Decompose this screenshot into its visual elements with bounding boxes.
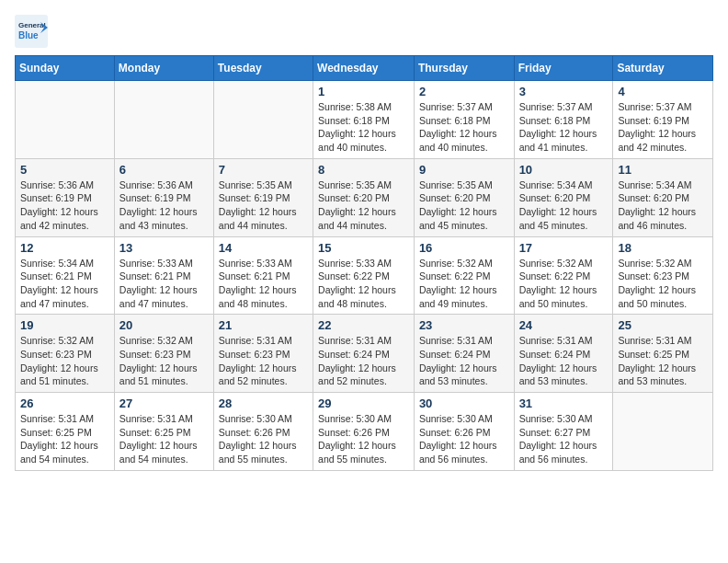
calendar-cell: 1Sunrise: 5:38 AM Sunset: 6:18 PM Daylig… xyxy=(313,81,415,159)
calendar-cell: 14Sunrise: 5:33 AM Sunset: 6:21 PM Dayli… xyxy=(213,236,313,315)
day-number: 10 xyxy=(519,163,609,177)
day-number: 1 xyxy=(318,85,409,98)
calendar-cell: 4Sunrise: 5:37 AM Sunset: 6:19 PM Daylig… xyxy=(613,81,713,159)
day-info: Sunrise: 5:32 AM Sunset: 6:23 PM Dayligh… xyxy=(119,334,209,388)
calendar-cell: 21Sunrise: 5:31 AM Sunset: 6:23 PM Dayli… xyxy=(213,315,313,393)
day-info: Sunrise: 5:31 AM Sunset: 6:25 PM Dayligh… xyxy=(618,334,708,388)
day-number: 18 xyxy=(618,241,708,255)
day-info: Sunrise: 5:34 AM Sunset: 6:21 PM Dayligh… xyxy=(20,257,109,311)
day-number: 30 xyxy=(419,396,509,410)
weekday-header: Thursday xyxy=(414,56,514,81)
calendar-cell: 22Sunrise: 5:31 AM Sunset: 6:24 PM Dayli… xyxy=(313,315,415,393)
calendar-cell: 30Sunrise: 5:30 AM Sunset: 6:26 PM Dayli… xyxy=(414,393,514,471)
day-number: 25 xyxy=(618,318,708,332)
calendar-cell: 19Sunrise: 5:32 AM Sunset: 6:23 PM Dayli… xyxy=(16,315,115,393)
day-info: Sunrise: 5:35 AM Sunset: 6:20 PM Dayligh… xyxy=(419,178,509,233)
day-number: 9 xyxy=(419,163,509,177)
weekday-header: Monday xyxy=(114,56,213,81)
calendar-cell: 23Sunrise: 5:31 AM Sunset: 6:24 PM Dayli… xyxy=(414,315,514,393)
weekday-header: Saturday xyxy=(613,56,713,81)
calendar-cell xyxy=(213,81,313,159)
day-number: 12 xyxy=(20,241,109,255)
weekday-header: Wednesday xyxy=(313,56,415,81)
weekday-header: Tuesday xyxy=(213,56,313,81)
weekday-header: Sunday xyxy=(16,56,115,81)
day-number: 8 xyxy=(318,163,409,177)
calendar-cell: 15Sunrise: 5:33 AM Sunset: 6:22 PM Dayli… xyxy=(313,236,415,315)
weekday-header: Friday xyxy=(514,56,613,81)
calendar-cell xyxy=(114,81,213,159)
svg-text:General: General xyxy=(18,21,46,29)
calendar-cell: 20Sunrise: 5:32 AM Sunset: 6:23 PM Dayli… xyxy=(114,315,213,393)
day-number: 22 xyxy=(318,318,409,332)
day-number: 21 xyxy=(219,318,308,332)
day-info: Sunrise: 5:30 AM Sunset: 6:26 PM Dayligh… xyxy=(219,412,308,466)
day-info: Sunrise: 5:33 AM Sunset: 6:22 PM Dayligh… xyxy=(318,257,409,311)
day-info: Sunrise: 5:31 AM Sunset: 6:23 PM Dayligh… xyxy=(219,334,308,388)
calendar-cell: 3Sunrise: 5:37 AM Sunset: 6:18 PM Daylig… xyxy=(514,81,613,159)
calendar-cell: 31Sunrise: 5:30 AM Sunset: 6:27 PM Dayli… xyxy=(514,393,613,471)
day-info: Sunrise: 5:30 AM Sunset: 6:26 PM Dayligh… xyxy=(318,412,409,466)
day-info: Sunrise: 5:35 AM Sunset: 6:19 PM Dayligh… xyxy=(219,178,308,233)
day-info: Sunrise: 5:33 AM Sunset: 6:21 PM Dayligh… xyxy=(119,257,209,311)
calendar-cell: 27Sunrise: 5:31 AM Sunset: 6:25 PM Dayli… xyxy=(114,393,213,471)
day-number: 11 xyxy=(618,163,708,177)
day-info: Sunrise: 5:34 AM Sunset: 6:20 PM Dayligh… xyxy=(618,178,708,233)
day-number: 23 xyxy=(419,318,509,332)
day-info: Sunrise: 5:31 AM Sunset: 6:25 PM Dayligh… xyxy=(119,412,209,466)
day-info: Sunrise: 5:31 AM Sunset: 6:25 PM Dayligh… xyxy=(20,412,109,466)
calendar-cell xyxy=(613,393,713,471)
day-info: Sunrise: 5:31 AM Sunset: 6:24 PM Dayligh… xyxy=(519,334,609,388)
day-number: 13 xyxy=(119,241,209,255)
calendar-cell: 16Sunrise: 5:32 AM Sunset: 6:22 PM Dayli… xyxy=(414,236,514,315)
day-number: 26 xyxy=(20,396,109,410)
day-info: Sunrise: 5:31 AM Sunset: 6:24 PM Dayligh… xyxy=(419,334,509,388)
day-number: 28 xyxy=(219,396,308,410)
day-number: 2 xyxy=(419,85,509,98)
day-info: Sunrise: 5:34 AM Sunset: 6:20 PM Dayligh… xyxy=(519,178,609,233)
calendar-cell: 29Sunrise: 5:30 AM Sunset: 6:26 PM Dayli… xyxy=(313,393,415,471)
calendar-cell: 17Sunrise: 5:32 AM Sunset: 6:22 PM Dayli… xyxy=(514,236,613,315)
day-info: Sunrise: 5:36 AM Sunset: 6:19 PM Dayligh… xyxy=(20,178,109,233)
day-number: 5 xyxy=(20,163,109,177)
day-number: 24 xyxy=(519,318,609,332)
calendar-cell: 24Sunrise: 5:31 AM Sunset: 6:24 PM Dayli… xyxy=(514,315,613,393)
day-number: 6 xyxy=(119,163,209,177)
calendar-cell: 6Sunrise: 5:36 AM Sunset: 6:19 PM Daylig… xyxy=(114,158,213,236)
day-info: Sunrise: 5:32 AM Sunset: 6:23 PM Dayligh… xyxy=(20,334,109,388)
day-number: 15 xyxy=(318,241,409,255)
day-info: Sunrise: 5:33 AM Sunset: 6:21 PM Dayligh… xyxy=(219,257,308,311)
day-info: Sunrise: 5:32 AM Sunset: 6:23 PM Dayligh… xyxy=(618,257,708,311)
calendar-cell: 18Sunrise: 5:32 AM Sunset: 6:23 PM Dayli… xyxy=(613,236,713,315)
day-info: Sunrise: 5:30 AM Sunset: 6:26 PM Dayligh… xyxy=(419,412,509,466)
day-info: Sunrise: 5:30 AM Sunset: 6:27 PM Dayligh… xyxy=(519,412,609,466)
calendar-cell: 26Sunrise: 5:31 AM Sunset: 6:25 PM Dayli… xyxy=(16,393,115,471)
day-info: Sunrise: 5:31 AM Sunset: 6:24 PM Dayligh… xyxy=(318,334,409,388)
day-number: 14 xyxy=(219,241,308,255)
day-number: 20 xyxy=(119,318,209,332)
day-info: Sunrise: 5:32 AM Sunset: 6:22 PM Dayligh… xyxy=(519,257,609,311)
calendar-table: SundayMondayTuesdayWednesdayThursdayFrid… xyxy=(15,55,713,471)
calendar-cell: 12Sunrise: 5:34 AM Sunset: 6:21 PM Dayli… xyxy=(16,236,115,315)
day-number: 31 xyxy=(519,396,609,410)
day-number: 29 xyxy=(318,396,409,410)
calendar-cell: 7Sunrise: 5:35 AM Sunset: 6:19 PM Daylig… xyxy=(213,158,313,236)
calendar-cell: 5Sunrise: 5:36 AM Sunset: 6:19 PM Daylig… xyxy=(16,158,115,236)
calendar-cell: 2Sunrise: 5:37 AM Sunset: 6:18 PM Daylig… xyxy=(414,81,514,159)
svg-text:Blue: Blue xyxy=(18,30,39,40)
day-info: Sunrise: 5:38 AM Sunset: 6:18 PM Dayligh… xyxy=(318,100,409,155)
calendar-cell: 13Sunrise: 5:33 AM Sunset: 6:21 PM Dayli… xyxy=(114,236,213,315)
calendar-cell: 28Sunrise: 5:30 AM Sunset: 6:26 PM Dayli… xyxy=(213,393,313,471)
day-info: Sunrise: 5:37 AM Sunset: 6:18 PM Dayligh… xyxy=(519,100,609,155)
day-info: Sunrise: 5:37 AM Sunset: 6:18 PM Dayligh… xyxy=(419,100,509,155)
logo: General Blue xyxy=(15,15,51,48)
day-info: Sunrise: 5:36 AM Sunset: 6:19 PM Dayligh… xyxy=(119,178,209,233)
day-info: Sunrise: 5:37 AM Sunset: 6:19 PM Dayligh… xyxy=(618,100,708,155)
day-number: 17 xyxy=(519,241,609,255)
day-number: 16 xyxy=(419,241,509,255)
calendar-cell: 10Sunrise: 5:34 AM Sunset: 6:20 PM Dayli… xyxy=(514,158,613,236)
calendar-cell: 25Sunrise: 5:31 AM Sunset: 6:25 PM Dayli… xyxy=(613,315,713,393)
day-info: Sunrise: 5:32 AM Sunset: 6:22 PM Dayligh… xyxy=(419,257,509,311)
page-header: General Blue xyxy=(15,15,713,48)
calendar-cell: 11Sunrise: 5:34 AM Sunset: 6:20 PM Dayli… xyxy=(613,158,713,236)
